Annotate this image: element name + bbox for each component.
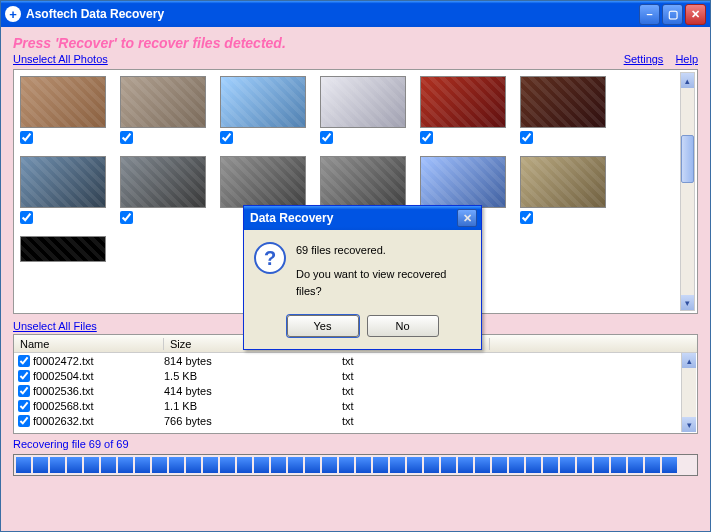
photo-thumbnail[interactable] <box>520 156 606 208</box>
progress-segment <box>356 457 371 473</box>
photo-thumbnail[interactable] <box>220 156 306 208</box>
progress-segment <box>135 457 150 473</box>
progress-segment <box>288 457 303 473</box>
progress-segment <box>169 457 184 473</box>
photo-checkbox[interactable] <box>520 131 533 144</box>
progress-segment <box>67 457 82 473</box>
photo-thumbnail[interactable] <box>320 76 406 128</box>
scroll-down-icon[interactable]: ▾ <box>682 417 696 432</box>
photo-checkbox[interactable] <box>20 131 33 144</box>
photo-thumbnail[interactable] <box>20 236 106 262</box>
file-checkbox[interactable] <box>18 370 30 382</box>
photo-checkbox[interactable] <box>520 211 533 224</box>
files-scrollbar[interactable]: ▴ ▾ <box>681 353 696 432</box>
yes-button[interactable]: Yes <box>287 315 359 337</box>
file-size: 766 bytes <box>164 415 342 427</box>
recovery-dialog: Data Recovery ✕ ? 69 files recovered. Do… <box>243 205 482 350</box>
file-name: f0002472.txt <box>33 355 94 367</box>
progress-segment <box>50 457 65 473</box>
photo-checkbox[interactable] <box>320 131 333 144</box>
photo-thumbnail[interactable] <box>420 76 506 128</box>
file-checkbox[interactable] <box>18 415 30 427</box>
file-ext: txt <box>342 355 490 367</box>
photo-thumbnail[interactable] <box>520 76 606 128</box>
scroll-up-icon[interactable]: ▴ <box>681 73 694 88</box>
instruction-text: Press 'Recover' to recover files detecte… <box>13 35 698 51</box>
progress-segment <box>271 457 286 473</box>
progress-segment <box>118 457 133 473</box>
table-row[interactable]: f0002568.txt1.1 KBtxt <box>14 398 697 413</box>
minimize-button[interactable]: – <box>639 4 660 25</box>
progress-segment <box>475 457 490 473</box>
dialog-title: Data Recovery <box>248 211 457 225</box>
dialog-message-line2: Do you want to view recovered files? <box>296 266 471 301</box>
progress-segment <box>594 457 609 473</box>
file-checkbox[interactable] <box>18 355 30 367</box>
photo-thumbnail[interactable] <box>20 156 106 208</box>
file-ext: txt <box>342 400 490 412</box>
photo-thumbnail[interactable] <box>320 156 406 208</box>
photo-checkbox[interactable] <box>120 211 133 224</box>
progress-segment <box>560 457 575 473</box>
help-link[interactable]: Help <box>675 53 698 65</box>
progress-segment <box>662 457 677 473</box>
progress-segment <box>237 457 252 473</box>
progress-segment <box>101 457 116 473</box>
photo-thumbnail[interactable] <box>120 156 206 208</box>
progress-segment <box>305 457 320 473</box>
progress-segment <box>458 457 473 473</box>
progress-segment <box>33 457 48 473</box>
file-checkbox[interactable] <box>18 385 30 397</box>
maximize-button[interactable]: ▢ <box>662 4 683 25</box>
progress-segment <box>628 457 643 473</box>
progress-segment <box>509 457 524 473</box>
scroll-up-icon[interactable]: ▴ <box>682 353 696 368</box>
table-row[interactable]: f0002472.txt814 bytestxt <box>14 353 697 368</box>
photos-scrollbar[interactable]: ▴ ▾ <box>680 72 695 311</box>
column-header-name[interactable]: Name <box>14 338 164 350</box>
file-name: f0002632.txt <box>33 415 94 427</box>
progress-segment <box>407 457 422 473</box>
progress-segment <box>424 457 439 473</box>
photo-thumbnail[interactable] <box>20 76 106 128</box>
photo-thumbnail[interactable] <box>420 156 506 208</box>
settings-link[interactable]: Settings <box>624 53 664 65</box>
progress-segment <box>152 457 167 473</box>
photo-checkbox[interactable] <box>220 131 233 144</box>
progress-segment <box>220 457 235 473</box>
file-ext: txt <box>342 415 490 427</box>
file-name: f0002568.txt <box>33 400 94 412</box>
app-icon: + <box>5 6 21 22</box>
progress-segment <box>322 457 337 473</box>
dialog-titlebar: Data Recovery ✕ <box>244 206 481 230</box>
photo-checkbox[interactable] <box>20 211 33 224</box>
progress-bar <box>13 454 698 476</box>
file-checkbox[interactable] <box>18 400 30 412</box>
file-name: f0002504.txt <box>33 370 94 382</box>
unselect-all-photos-link[interactable]: Unselect All Photos <box>13 53 108 65</box>
progress-segment <box>16 457 31 473</box>
file-size: 1.1 KB <box>164 400 342 412</box>
progress-segment <box>254 457 269 473</box>
progress-segment <box>492 457 507 473</box>
file-size: 814 bytes <box>164 355 342 367</box>
photo-thumbnail[interactable] <box>120 76 206 128</box>
unselect-all-files-link[interactable]: Unselect All Files <box>13 320 97 332</box>
table-row[interactable]: f0002536.txt414 bytestxt <box>14 383 697 398</box>
progress-segment <box>84 457 99 473</box>
progress-segment <box>203 457 218 473</box>
photo-checkbox[interactable] <box>420 131 433 144</box>
progress-segment <box>186 457 201 473</box>
scroll-thumb[interactable] <box>681 135 694 183</box>
dialog-close-button[interactable]: ✕ <box>457 209 477 227</box>
photo-thumbnail[interactable] <box>220 76 306 128</box>
scroll-down-icon[interactable]: ▾ <box>681 295 694 310</box>
table-row[interactable]: f0002504.txt1.5 KBtxt <box>14 368 697 383</box>
file-size: 1.5 KB <box>164 370 342 382</box>
no-button[interactable]: No <box>367 315 439 337</box>
photo-checkbox[interactable] <box>120 131 133 144</box>
close-button[interactable]: ✕ <box>685 4 706 25</box>
table-row[interactable]: f0002632.txt766 bytestxt <box>14 413 697 428</box>
dialog-message-line1: 69 files recovered. <box>296 242 471 260</box>
file-name: f0002536.txt <box>33 385 94 397</box>
